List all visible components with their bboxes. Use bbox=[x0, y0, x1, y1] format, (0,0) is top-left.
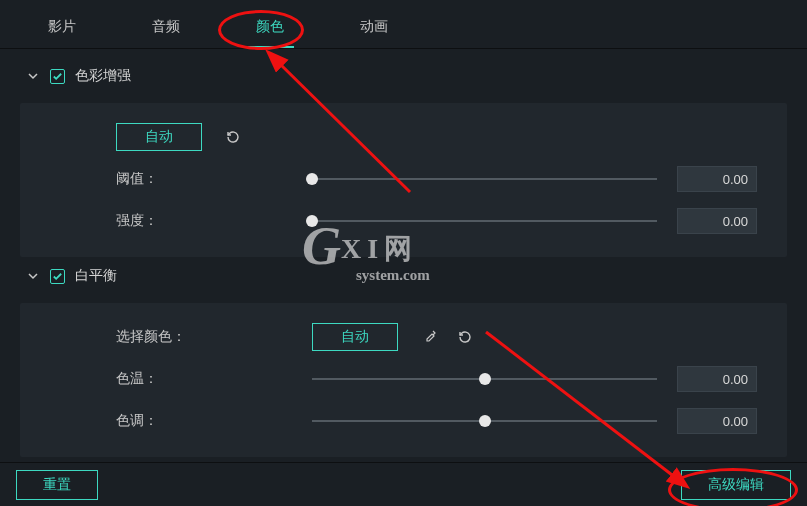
reset-icon[interactable] bbox=[222, 126, 244, 148]
section-body-white-balance: 选择颜色： 自动 色温： 0.00 色调： 0.00 bbox=[20, 303, 787, 457]
panel-white-balance: 白平衡 选择颜色： 自动 色温： 0.00 色调： 0.00 bbox=[0, 263, 807, 463]
slider-thumb[interactable] bbox=[306, 173, 318, 185]
reset-button[interactable]: 重置 bbox=[16, 470, 98, 500]
tab-color[interactable]: 颜色 bbox=[248, 14, 292, 48]
section-title-color-enhance: 色彩增强 bbox=[75, 67, 131, 85]
slider-tint[interactable] bbox=[312, 420, 657, 422]
tab-video[interactable]: 影片 bbox=[40, 14, 84, 48]
eyedropper-icon[interactable] bbox=[418, 326, 440, 348]
chevron-down-icon[interactable] bbox=[26, 269, 40, 283]
chevron-down-icon[interactable] bbox=[26, 69, 40, 83]
checkbox-white-balance[interactable] bbox=[50, 269, 65, 284]
auto-button-color-enhance[interactable]: 自动 bbox=[116, 123, 202, 151]
label-pick-color: 选择颜色： bbox=[116, 328, 202, 346]
section-body-color-enhance: 自动 阈值： 0.00 强度： 0.00 bbox=[20, 103, 787, 257]
tab-audio[interactable]: 音频 bbox=[144, 14, 188, 48]
label-intensity: 强度： bbox=[116, 212, 202, 230]
slider-threshold[interactable] bbox=[312, 178, 657, 180]
label-tint: 色调： bbox=[116, 412, 202, 430]
advanced-edit-button[interactable]: 高级编辑 bbox=[681, 470, 791, 500]
label-threshold: 阈值： bbox=[116, 170, 202, 188]
reset-icon[interactable] bbox=[454, 326, 476, 348]
label-temperature: 色温： bbox=[116, 370, 202, 388]
slider-thumb[interactable] bbox=[479, 415, 491, 427]
tab-bar: 影片 音频 颜色 动画 bbox=[0, 0, 807, 49]
value-tint[interactable]: 0.00 bbox=[677, 408, 757, 434]
value-intensity[interactable]: 0.00 bbox=[677, 208, 757, 234]
slider-thumb[interactable] bbox=[306, 215, 318, 227]
value-threshold[interactable]: 0.00 bbox=[677, 166, 757, 192]
panel-color-enhance: 色彩增强 自动 阈值： 0.00 强度： 0.00 bbox=[0, 49, 807, 263]
section-title-white-balance: 白平衡 bbox=[75, 267, 117, 285]
checkbox-color-enhance[interactable] bbox=[50, 69, 65, 84]
tab-motion[interactable]: 动画 bbox=[352, 14, 396, 48]
slider-thumb[interactable] bbox=[479, 373, 491, 385]
slider-intensity[interactable] bbox=[312, 220, 657, 222]
footer-bar: 重置 高级编辑 bbox=[0, 462, 807, 506]
slider-temperature[interactable] bbox=[312, 378, 657, 380]
auto-button-white-balance[interactable]: 自动 bbox=[312, 323, 398, 351]
value-temperature[interactable]: 0.00 bbox=[677, 366, 757, 392]
